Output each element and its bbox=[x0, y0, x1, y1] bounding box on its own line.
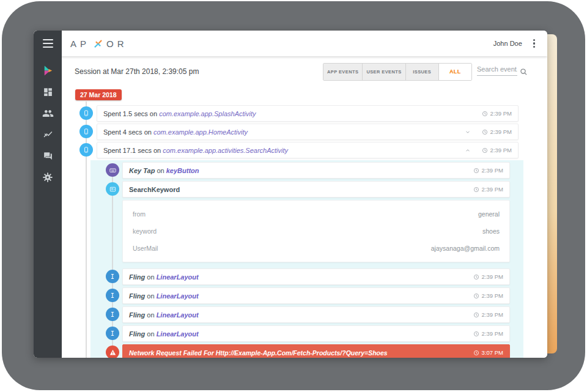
logo-x-icon bbox=[94, 39, 103, 48]
timeline-entry: Spent 1.5 secs on com.example.app.Splash… bbox=[97, 105, 519, 122]
tab-issues[interactable]: ISSUES bbox=[405, 64, 438, 80]
timeline: 27 Mar 2018 Spent 1.5 secs on com.exampl… bbox=[62, 88, 547, 358]
activity-event-row[interactable]: Spent 1.5 secs on com.example.app.Splash… bbox=[97, 105, 519, 122]
event-text: Fling on LinearLayout bbox=[129, 330, 199, 338]
detail-row: UserMailajaysanaga@gmail.com bbox=[123, 240, 509, 257]
timeline-sub-entry: Fling on LinearLayout2:39 PM bbox=[122, 306, 510, 323]
chevron-up-icon bbox=[465, 147, 471, 153]
phone-icon bbox=[79, 143, 93, 157]
event-text: Fling on LinearLayout bbox=[129, 292, 199, 300]
user-name[interactable]: John Doe bbox=[493, 40, 522, 47]
hamburger-menu-button[interactable] bbox=[34, 31, 62, 56]
user-event-row[interactable]: Fling on LinearLayout2:39 PM bbox=[122, 287, 510, 304]
content-header: Session at Mar 27th 2018, 2:39:05 pm APP… bbox=[62, 56, 547, 91]
date-badge: 27 Mar 2018 bbox=[75, 89, 122, 100]
logo-letters-right: OR bbox=[106, 39, 128, 49]
topbar-right: John Doe bbox=[493, 38, 536, 50]
logo-letters-left: AP bbox=[70, 39, 90, 49]
timeline-line bbox=[86, 102, 87, 358]
topbar: AP OR John Doe bbox=[34, 31, 547, 56]
apxor-logo: AP OR bbox=[70, 39, 128, 49]
detail-value: general bbox=[478, 210, 500, 218]
sidebar-nav bbox=[40, 64, 55, 184]
chat-icon[interactable] bbox=[40, 149, 55, 163]
event-time: 2:39 PM bbox=[473, 330, 503, 337]
fling-icon bbox=[106, 308, 119, 321]
event-filter-tabs: APP EVENTSUSER EVENTSISSUESALL bbox=[323, 63, 472, 81]
timeline-sub-entry: SearchKeyword2:39 PM bbox=[122, 181, 510, 198]
user-event-row[interactable]: Key Tap on keyButton2:39 PM bbox=[122, 162, 510, 179]
search-box bbox=[477, 64, 528, 76]
warning-icon bbox=[106, 346, 119, 358]
users-icon[interactable] bbox=[40, 106, 55, 120]
dashboard-icon[interactable] bbox=[40, 85, 55, 98]
user-event-row[interactable]: Fling on LinearLayout2:39 PM bbox=[122, 268, 510, 285]
error-event-row[interactable]: Network Request Failed For Http://Exampl… bbox=[122, 344, 510, 358]
event-text: Spent 1.5 secs on com.example.app.Splash… bbox=[103, 110, 256, 117]
tab-all[interactable]: ALL bbox=[438, 64, 471, 80]
event-time: 2:39 PM bbox=[473, 167, 503, 174]
search-icon[interactable] bbox=[520, 68, 528, 76]
timeline-entry: Spent 17.1 secs on com.example.app.activ… bbox=[97, 142, 519, 158]
session-title: Session at Mar 27th 2018, 2:39:05 pm bbox=[75, 67, 199, 76]
user-event-row[interactable]: Fling on LinearLayout2:39 PM bbox=[122, 325, 510, 342]
detail-row: fromgeneral bbox=[123, 205, 509, 223]
custom-event-row[interactable]: SearchKeyword2:39 PM bbox=[122, 181, 510, 198]
play-store-icon[interactable] bbox=[40, 64, 55, 77]
keyboard-icon bbox=[106, 163, 119, 177]
event-time: 2:39 PM bbox=[482, 128, 512, 135]
timeline-sub-entry: Key Tap on keyButton2:39 PM bbox=[122, 162, 510, 179]
timeline-sub-entry: Fling on LinearLayout2:39 PM bbox=[122, 325, 510, 342]
timeline-sub-entry: Network Request Failed For Http://Exampl… bbox=[122, 344, 510, 358]
timeline-events: Spent 1.5 secs on com.example.app.Splash… bbox=[62, 105, 547, 358]
event-text: Key Tap on keyButton bbox=[129, 167, 199, 174]
chart-icon[interactable] bbox=[40, 128, 55, 141]
tab-user-events[interactable]: USER EVENTS bbox=[362, 64, 405, 80]
list-icon bbox=[106, 182, 119, 196]
event-text: Spent 17.1 secs on com.example.app.activ… bbox=[103, 147, 288, 154]
sidebar bbox=[34, 31, 62, 358]
screenshot-root: AP OR John Doe Session at Mar 27th 2018,… bbox=[0, 0, 587, 392]
error-text: Network Request Failed For Http://Exampl… bbox=[129, 349, 388, 357]
app-window: AP OR John Doe Session at Mar 27th 2018,… bbox=[34, 31, 547, 358]
event-time: 2:39 PM bbox=[482, 110, 512, 117]
event-time: 2:39 PM bbox=[473, 186, 503, 193]
chevron-down-icon bbox=[465, 129, 471, 135]
phone-icon bbox=[79, 106, 93, 120]
timeline-entry: Spent 4 secs on com.example.app.HomeActi… bbox=[97, 124, 519, 140]
fling-icon bbox=[106, 327, 119, 340]
event-time: 2:39 PM bbox=[482, 147, 512, 153]
detail-label: from bbox=[133, 210, 146, 218]
kebab-menu-icon[interactable] bbox=[532, 38, 536, 50]
search-input[interactable] bbox=[477, 64, 517, 76]
event-time: 2:39 PM bbox=[473, 311, 503, 318]
tab-app-events[interactable]: APP EVENTS bbox=[323, 64, 362, 80]
event-time: 2:39 PM bbox=[473, 292, 503, 299]
detail-label: keyword bbox=[133, 227, 157, 235]
expanded-activity-events: Key Tap on keyButton2:39 PMSearchKeyword… bbox=[90, 160, 523, 358]
detail-row: keywordshoes bbox=[123, 223, 509, 240]
main-content: Session at Mar 27th 2018, 2:39:05 pm APP… bbox=[62, 56, 547, 358]
event-details-card: fromgeneralkeywordshoesUserMailajaysanag… bbox=[122, 200, 510, 262]
timeline-sub-entry: Fling on LinearLayout2:39 PM bbox=[122, 268, 510, 285]
timeline-sub-entry: Fling on LinearLayout2:39 PM bbox=[122, 287, 510, 304]
event-text: Fling on LinearLayout bbox=[129, 311, 199, 319]
detail-label: UserMail bbox=[133, 245, 158, 252]
event-text: Fling on LinearLayout bbox=[129, 273, 199, 281]
event-time: 2:39 PM bbox=[473, 273, 503, 280]
detail-value: shoes bbox=[482, 227, 500, 235]
phone-icon bbox=[79, 125, 93, 138]
fling-icon bbox=[106, 289, 119, 302]
user-event-row[interactable]: Fling on LinearLayout2:39 PM bbox=[122, 306, 510, 323]
activity-event-row[interactable]: Spent 17.1 secs on com.example.app.activ… bbox=[97, 142, 519, 158]
fling-icon bbox=[106, 270, 119, 283]
detail-value: ajaysanaga@gmail.com bbox=[431, 245, 500, 252]
event-title: SearchKeyword bbox=[129, 186, 180, 193]
event-text: Spent 4 secs on com.example.app.HomeActi… bbox=[103, 128, 248, 136]
event-time: 3:07 PM bbox=[473, 349, 503, 356]
activity-event-row[interactable]: Spent 4 secs on com.example.app.HomeActi… bbox=[97, 124, 519, 140]
gear-icon[interactable] bbox=[40, 171, 55, 184]
